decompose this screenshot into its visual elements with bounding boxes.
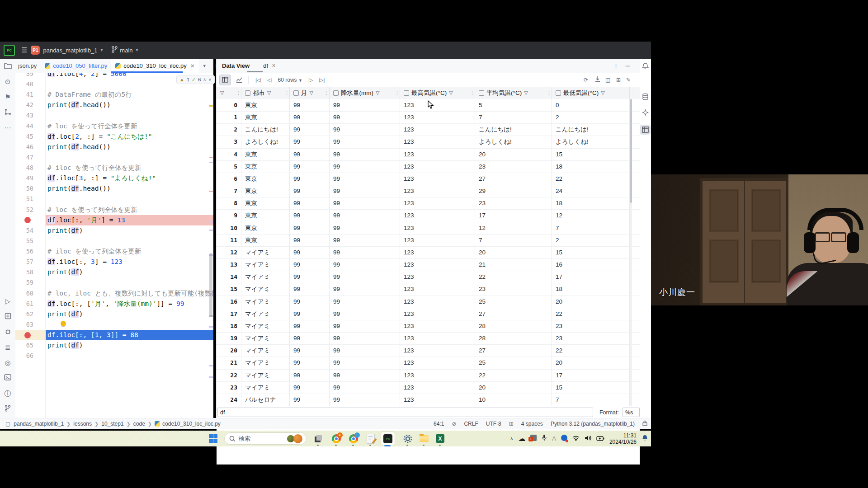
- table-cell[interactable]: 123: [400, 369, 475, 381]
- table-cell[interactable]: 99: [330, 308, 400, 320]
- table-cell[interactable]: 28: [475, 320, 552, 332]
- breadcrumb-file[interactable]: code10_310_loc_iloc.py: [162, 421, 221, 427]
- filter-icon[interactable]: ▽: [449, 90, 453, 96]
- table-cell[interactable]: 99: [330, 320, 400, 332]
- prev-problem-icon[interactable]: ∧: [203, 77, 206, 82]
- table-scrollbar-thumb[interactable]: [630, 99, 632, 203]
- table-cell[interactable]: 20: [552, 357, 630, 369]
- row-index-cell[interactable]: 7: [217, 185, 241, 197]
- table-row[interactable]: 7東京99991232924: [217, 185, 640, 197]
- chrome-profile1-button[interactable]: k: [330, 432, 342, 445]
- table-cell[interactable]: 99: [330, 111, 400, 123]
- more-tool-windows-icon[interactable]: ⋯: [0, 124, 15, 132]
- table-cell[interactable]: こんにちは!: [241, 123, 290, 136]
- table-cell[interactable]: 123: [400, 271, 475, 283]
- table-cell[interactable]: 99: [290, 234, 330, 246]
- table-cell[interactable]: 22: [475, 369, 552, 381]
- table-cell[interactable]: 99: [330, 394, 400, 406]
- df-tab[interactable]: df: [263, 62, 268, 69]
- table-cell[interactable]: 5: [475, 99, 552, 111]
- column-handle-icon[interactable]: ⋮: [236, 90, 241, 96]
- table-cell[interactable]: 29: [475, 185, 552, 197]
- editor-scrollbar[interactable]: [209, 253, 212, 316]
- commit-icon[interactable]: ⊙: [0, 78, 15, 86]
- table-row[interactable]: 12マイアミ99991232015: [217, 246, 640, 259]
- close-tab-icon[interactable]: ✕: [190, 63, 195, 69]
- battery-icon[interactable]: [596, 435, 604, 443]
- table-cell[interactable]: こんにちは!: [552, 123, 630, 136]
- caret-position[interactable]: 64:1: [434, 421, 444, 427]
- row-index-cell[interactable]: 14: [217, 271, 241, 283]
- row-index-cell[interactable]: 18: [217, 320, 241, 332]
- row-index-cell[interactable]: 23: [217, 381, 241, 394]
- breakpoint-icon[interactable]: [24, 332, 31, 338]
- table-cell[interactable]: 123: [400, 222, 475, 234]
- row-index-cell[interactable]: 4: [217, 148, 241, 160]
- row-index-cell[interactable]: 10: [217, 222, 241, 234]
- table-cell[interactable]: マイアミ: [241, 332, 290, 344]
- debug-tool-icon[interactable]: [0, 328, 15, 336]
- tab-json[interactable]: json.py: [15, 59, 41, 73]
- tab-code10-050-filter[interactable]: code10_050_filter.py: [41, 59, 111, 73]
- table-cell[interactable]: 東京: [241, 99, 290, 111]
- table-cell[interactable]: 18: [552, 283, 630, 295]
- table-cell[interactable]: 99: [290, 369, 330, 381]
- table-cell[interactable]: 99: [330, 148, 400, 160]
- table-row[interactable]: 2こんにちは!9999123こんにちは!こんにちは!: [217, 123, 640, 136]
- table-cell[interactable]: 28: [475, 332, 552, 344]
- table-cell[interactable]: 99: [290, 332, 330, 344]
- table-cell[interactable]: 123: [400, 136, 475, 148]
- table-cell[interactable]: 15: [552, 381, 630, 394]
- excel-button[interactable]: X: [434, 432, 446, 445]
- column-header[interactable]: 平均気温(°C)▽: [475, 87, 552, 99]
- table-cell[interactable]: 21: [475, 258, 552, 271]
- table-cell[interactable]: 20: [475, 246, 552, 258]
- table-cell[interactable]: 16: [552, 258, 630, 271]
- close-df-tab-icon[interactable]: ✕: [272, 63, 276, 69]
- table-cell[interactable]: 22: [475, 271, 552, 283]
- table-row[interactable]: 18マイアミ99991232823: [217, 320, 640, 333]
- stripe-mark[interactable]: [209, 105, 213, 107]
- table-cell[interactable]: 99: [290, 160, 330, 173]
- table-row[interactable]: 13マイアミ99991232116: [217, 258, 640, 271]
- table-settings-icon[interactable]: ✎: [626, 77, 631, 83]
- table-cell[interactable]: 123: [400, 197, 475, 209]
- table-cell[interactable]: 123: [400, 381, 475, 394]
- table-cell[interactable]: 123: [400, 123, 475, 136]
- column-header[interactable]: 最低気温(°C)▽: [552, 87, 630, 99]
- table-view-icon[interactable]: [219, 75, 231, 85]
- table-cell[interactable]: マイアミ: [241, 258, 290, 271]
- table-cell[interactable]: 2: [552, 111, 630, 123]
- table-row[interactable]: 21マイアミ99991232520: [217, 357, 640, 369]
- table-cell[interactable]: 123: [400, 283, 475, 295]
- onedrive-icon[interactable]: ☁: [518, 434, 525, 443]
- table-row[interactable]: 20マイアミ99991232722: [217, 344, 640, 357]
- row-index-cell[interactable]: 1: [217, 111, 241, 123]
- table-row[interactable]: 1東京999912372: [217, 111, 640, 124]
- notepad-button[interactable]: [364, 432, 377, 445]
- table-cell[interactable]: 99: [330, 283, 400, 295]
- column-header[interactable]: 月▽: [290, 87, 330, 99]
- table-cell[interactable]: 99: [290, 173, 330, 185]
- table-cell[interactable]: 99: [330, 136, 400, 148]
- run-tool-icon[interactable]: ▷: [0, 297, 15, 305]
- table-cell[interactable]: 99: [290, 258, 330, 271]
- table-cell[interactable]: マイアミ: [241, 246, 290, 258]
- table-cell[interactable]: 123: [400, 99, 475, 111]
- table-cell[interactable]: 99: [290, 222, 330, 234]
- table-cell[interactable]: 27: [475, 308, 552, 320]
- project-selector[interactable]: pandas_matplotlib_1: [43, 47, 97, 54]
- table-cell[interactable]: マイアミ: [241, 344, 290, 357]
- table-cell[interactable]: 24: [552, 185, 630, 197]
- indent-setting[interactable]: 4 spaces: [521, 421, 543, 427]
- table-row[interactable]: 19マイアミ99991232823: [217, 332, 640, 345]
- table-cell[interactable]: 123: [400, 344, 475, 357]
- start-button[interactable]: [207, 432, 219, 445]
- tray-blue-app-icon[interactable]: [561, 435, 567, 443]
- table-cell[interactable]: 99: [290, 357, 330, 369]
- table-cell[interactable]: 23: [552, 332, 630, 344]
- table-cell[interactable]: 99: [330, 381, 400, 394]
- row-index-cell[interactable]: 19: [217, 332, 241, 344]
- table-cell[interactable]: 123: [400, 160, 475, 173]
- table-cell[interactable]: 99: [330, 123, 400, 136]
